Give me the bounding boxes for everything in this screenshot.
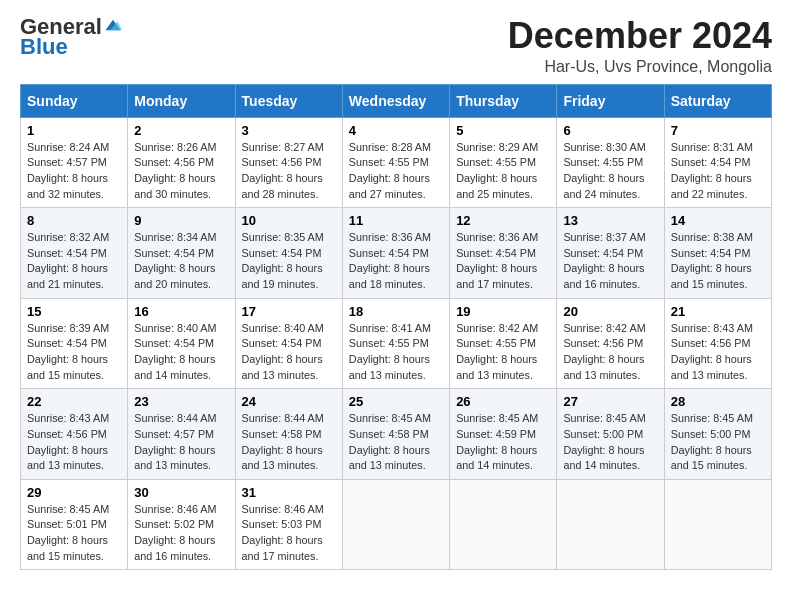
col-header-friday: Friday [557,84,664,117]
calendar-cell: 17Sunrise: 8:40 AMSunset: 4:54 PMDayligh… [235,298,342,389]
day-number: 13 [563,213,657,228]
calendar-cell: 5Sunrise: 8:29 AMSunset: 4:55 PMDaylight… [450,117,557,208]
day-info: Sunrise: 8:39 AMSunset: 4:54 PMDaylight:… [27,321,121,384]
col-header-wednesday: Wednesday [342,84,449,117]
calendar-cell: 1Sunrise: 8:24 AMSunset: 4:57 PMDaylight… [21,117,128,208]
calendar-cell: 9Sunrise: 8:34 AMSunset: 4:54 PMDaylight… [128,208,235,299]
day-info: Sunrise: 8:29 AMSunset: 4:55 PMDaylight:… [456,140,550,203]
day-info: Sunrise: 8:45 AMSunset: 5:00 PMDaylight:… [671,411,765,474]
day-number: 1 [27,123,121,138]
title-block: December 2024 Har-Us, Uvs Province, Mong… [508,16,772,76]
day-number: 24 [242,394,336,409]
logo-icon [104,16,122,34]
day-number: 29 [27,485,121,500]
calendar-cell: 3Sunrise: 8:27 AMSunset: 4:56 PMDaylight… [235,117,342,208]
day-info: Sunrise: 8:35 AMSunset: 4:54 PMDaylight:… [242,230,336,293]
col-header-monday: Monday [128,84,235,117]
calendar-cell: 26Sunrise: 8:45 AMSunset: 4:59 PMDayligh… [450,389,557,480]
day-number: 22 [27,394,121,409]
day-info: Sunrise: 8:45 AMSunset: 4:58 PMDaylight:… [349,411,443,474]
day-info: Sunrise: 8:41 AMSunset: 4:55 PMDaylight:… [349,321,443,384]
day-number: 8 [27,213,121,228]
calendar-cell: 18Sunrise: 8:41 AMSunset: 4:55 PMDayligh… [342,298,449,389]
calendar-cell: 6Sunrise: 8:30 AMSunset: 4:55 PMDaylight… [557,117,664,208]
day-info: Sunrise: 8:27 AMSunset: 4:56 PMDaylight:… [242,140,336,203]
day-info: Sunrise: 8:45 AMSunset: 4:59 PMDaylight:… [456,411,550,474]
calendar-cell: 21Sunrise: 8:43 AMSunset: 4:56 PMDayligh… [664,298,771,389]
day-number: 16 [134,304,228,319]
calendar-week-2: 8Sunrise: 8:32 AMSunset: 4:54 PMDaylight… [21,208,772,299]
col-header-sunday: Sunday [21,84,128,117]
calendar-cell: 22Sunrise: 8:43 AMSunset: 4:56 PMDayligh… [21,389,128,480]
calendar-cell: 2Sunrise: 8:26 AMSunset: 4:56 PMDaylight… [128,117,235,208]
calendar-cell: 25Sunrise: 8:45 AMSunset: 4:58 PMDayligh… [342,389,449,480]
day-info: Sunrise: 8:42 AMSunset: 4:56 PMDaylight:… [563,321,657,384]
col-header-tuesday: Tuesday [235,84,342,117]
calendar-cell [342,479,449,570]
day-info: Sunrise: 8:44 AMSunset: 4:57 PMDaylight:… [134,411,228,474]
calendar-cell: 7Sunrise: 8:31 AMSunset: 4:54 PMDaylight… [664,117,771,208]
calendar-cell: 16Sunrise: 8:40 AMSunset: 4:54 PMDayligh… [128,298,235,389]
calendar-cell: 12Sunrise: 8:36 AMSunset: 4:54 PMDayligh… [450,208,557,299]
day-info: Sunrise: 8:45 AMSunset: 5:01 PMDaylight:… [27,502,121,565]
calendar-cell: 20Sunrise: 8:42 AMSunset: 4:56 PMDayligh… [557,298,664,389]
calendar-week-4: 22Sunrise: 8:43 AMSunset: 4:56 PMDayligh… [21,389,772,480]
calendar-week-1: 1Sunrise: 8:24 AMSunset: 4:57 PMDaylight… [21,117,772,208]
logo: General Blue [20,16,122,60]
day-info: Sunrise: 8:28 AMSunset: 4:55 PMDaylight:… [349,140,443,203]
day-info: Sunrise: 8:37 AMSunset: 4:54 PMDaylight:… [563,230,657,293]
calendar-cell: 19Sunrise: 8:42 AMSunset: 4:55 PMDayligh… [450,298,557,389]
logo-blue-text: Blue [20,34,68,59]
day-number: 12 [456,213,550,228]
day-number: 17 [242,304,336,319]
day-info: Sunrise: 8:43 AMSunset: 4:56 PMDaylight:… [27,411,121,474]
day-info: Sunrise: 8:38 AMSunset: 4:54 PMDaylight:… [671,230,765,293]
day-info: Sunrise: 8:46 AMSunset: 5:03 PMDaylight:… [242,502,336,565]
calendar-table: SundayMondayTuesdayWednesdayThursdayFrid… [20,84,772,571]
day-info: Sunrise: 8:31 AMSunset: 4:54 PMDaylight:… [671,140,765,203]
calendar-week-3: 15Sunrise: 8:39 AMSunset: 4:54 PMDayligh… [21,298,772,389]
day-number: 23 [134,394,228,409]
day-number: 31 [242,485,336,500]
day-number: 3 [242,123,336,138]
day-info: Sunrise: 8:30 AMSunset: 4:55 PMDaylight:… [563,140,657,203]
day-info: Sunrise: 8:42 AMSunset: 4:55 PMDaylight:… [456,321,550,384]
day-info: Sunrise: 8:32 AMSunset: 4:54 PMDaylight:… [27,230,121,293]
calendar-cell: 10Sunrise: 8:35 AMSunset: 4:54 PMDayligh… [235,208,342,299]
calendar-cell: 23Sunrise: 8:44 AMSunset: 4:57 PMDayligh… [128,389,235,480]
day-info: Sunrise: 8:36 AMSunset: 4:54 PMDaylight:… [456,230,550,293]
calendar-cell: 11Sunrise: 8:36 AMSunset: 4:54 PMDayligh… [342,208,449,299]
subtitle: Har-Us, Uvs Province, Mongolia [508,58,772,76]
calendar-cell: 28Sunrise: 8:45 AMSunset: 5:00 PMDayligh… [664,389,771,480]
header: General Blue December 2024 Har-Us, Uvs P… [20,16,772,76]
main-title: December 2024 [508,16,772,56]
day-number: 15 [27,304,121,319]
calendar-cell: 4Sunrise: 8:28 AMSunset: 4:55 PMDaylight… [342,117,449,208]
day-info: Sunrise: 8:45 AMSunset: 5:00 PMDaylight:… [563,411,657,474]
calendar-cell: 13Sunrise: 8:37 AMSunset: 4:54 PMDayligh… [557,208,664,299]
calendar-cell [664,479,771,570]
day-number: 7 [671,123,765,138]
day-info: Sunrise: 8:26 AMSunset: 4:56 PMDaylight:… [134,140,228,203]
calendar-cell: 24Sunrise: 8:44 AMSunset: 4:58 PMDayligh… [235,389,342,480]
day-info: Sunrise: 8:43 AMSunset: 4:56 PMDaylight:… [671,321,765,384]
col-header-saturday: Saturday [664,84,771,117]
calendar-cell [450,479,557,570]
day-number: 14 [671,213,765,228]
page: General Blue December 2024 Har-Us, Uvs P… [0,0,792,586]
day-number: 6 [563,123,657,138]
calendar-cell: 8Sunrise: 8:32 AMSunset: 4:54 PMDaylight… [21,208,128,299]
day-number: 30 [134,485,228,500]
calendar-cell: 31Sunrise: 8:46 AMSunset: 5:03 PMDayligh… [235,479,342,570]
day-info: Sunrise: 8:40 AMSunset: 4:54 PMDaylight:… [134,321,228,384]
day-info: Sunrise: 8:40 AMSunset: 4:54 PMDaylight:… [242,321,336,384]
day-number: 19 [456,304,550,319]
day-number: 5 [456,123,550,138]
day-number: 25 [349,394,443,409]
day-number: 26 [456,394,550,409]
day-number: 2 [134,123,228,138]
day-number: 27 [563,394,657,409]
calendar-cell: 27Sunrise: 8:45 AMSunset: 5:00 PMDayligh… [557,389,664,480]
calendar-header-row: SundayMondayTuesdayWednesdayThursdayFrid… [21,84,772,117]
day-number: 9 [134,213,228,228]
